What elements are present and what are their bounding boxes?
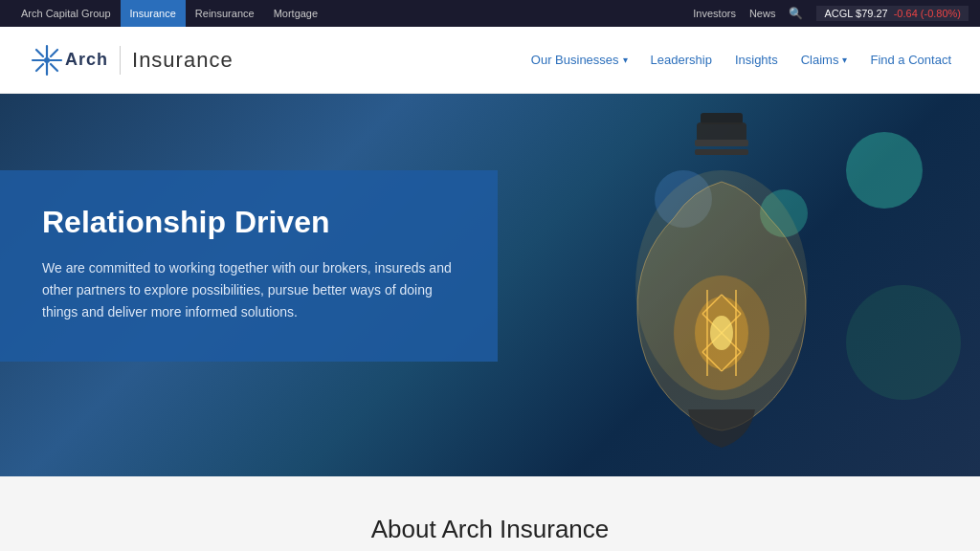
svg-rect-10	[697, 122, 746, 142]
topbar-link-news[interactable]: News	[749, 8, 776, 19]
nav-find-contact[interactable]: Find a Contact	[870, 53, 951, 67]
site-header: Arch Insurance Our Businesses ▾ Leadersh…	[0, 27, 980, 94]
topbar-link-investors[interactable]: Investors	[693, 8, 736, 19]
svg-rect-12	[695, 149, 748, 155]
nav-claims[interactable]: Claims ▾	[801, 53, 848, 67]
stock-ticker: ACGL $79.27 -0.64 (-0.80%)	[816, 6, 969, 21]
logo-insurance-text: Insurance	[132, 48, 234, 73]
top-bar: Arch Capital Group Insurance Reinsurance…	[0, 0, 980, 27]
svg-line-4	[36, 50, 43, 56]
arch-logo-icon	[29, 42, 65, 78]
search-icon[interactable]: 🔍	[789, 7, 803, 20]
svg-line-5	[51, 64, 57, 71]
chevron-down-icon: ▾	[623, 55, 628, 65]
svg-point-8	[44, 57, 50, 63]
topbar-link-arch-capital[interactable]: Arch Capital Group	[11, 0, 121, 27]
lightbulb-svg	[616, 103, 827, 467]
arch-text: Arch	[65, 50, 108, 70]
chevron-down-icon-claims: ▾	[842, 55, 847, 65]
main-nav: Our Businesses ▾ Leadership Insights Cla…	[531, 53, 951, 67]
svg-line-6	[51, 50, 57, 56]
hero-bulb-illustration	[540, 94, 903, 476]
nav-our-businesses[interactable]: Our Businesses ▾	[531, 53, 628, 67]
nav-insights[interactable]: Insights	[735, 53, 778, 67]
top-bar-right: Investors News 🔍 ACGL $79.27 -0.64 (-0.8…	[693, 6, 969, 21]
hero-content-box: Relationship Driven We are committed to …	[0, 170, 498, 362]
stock-value: ACGL $79.27	[824, 8, 887, 19]
hero-section: Relationship Driven We are committed to …	[0, 94, 980, 476]
about-title: About Arch Insurance	[29, 515, 951, 544]
svg-rect-11	[695, 140, 748, 146]
logo[interactable]: Arch Insurance	[29, 42, 234, 78]
svg-line-7	[36, 64, 43, 71]
svg-point-26	[710, 316, 733, 350]
nav-leadership[interactable]: Leadership	[651, 53, 712, 67]
about-section: About Arch Insurance Arch Insurance prov…	[0, 476, 980, 551]
topbar-link-insurance[interactable]: Insurance	[121, 0, 186, 27]
topbar-link-mortgage[interactable]: Mortgage	[264, 0, 327, 27]
hero-title: Relationship Driven	[42, 205, 456, 240]
stock-change: -0.64 (-0.80%)	[894, 8, 961, 19]
top-bar-nav: Arch Capital Group Insurance Reinsurance…	[11, 0, 327, 27]
logo-divider	[120, 46, 121, 75]
hero-description: We are committed to working together wit…	[42, 257, 456, 323]
topbar-link-reinsurance[interactable]: Reinsurance	[186, 0, 264, 27]
